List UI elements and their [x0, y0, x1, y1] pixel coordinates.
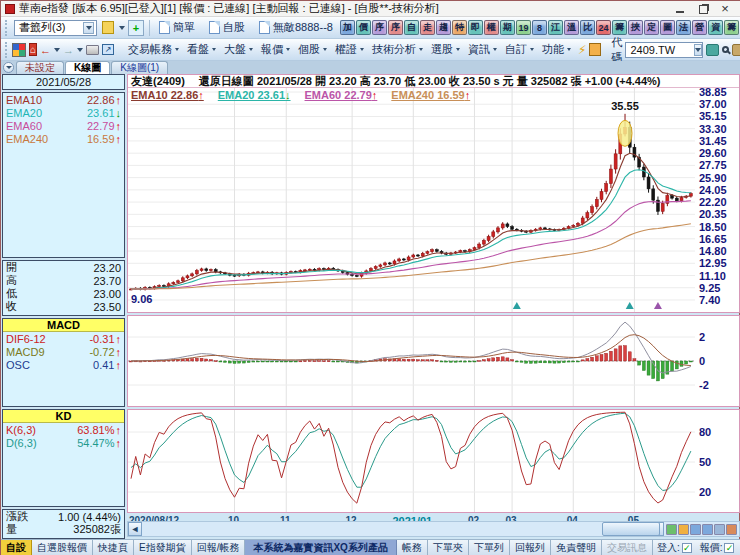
- tab-未設定[interactable]: 未設定: [16, 61, 64, 74]
- quick-button-24[interactable]: 24: [596, 20, 611, 35]
- bookmark-page-button[interactable]: 簡單: [155, 19, 199, 37]
- restore-button[interactable]: [697, 4, 709, 14]
- svg-text:12.95: 12.95: [699, 257, 727, 269]
- bottom-tab-回報/帳務[interactable]: 回報/帳務: [192, 540, 246, 555]
- popup-window-icon[interactable]: ↗: [102, 42, 114, 58]
- quick-button-加[interactable]: 加: [340, 20, 355, 35]
- menu-交易帳務[interactable]: 交易帳務: [124, 41, 183, 59]
- order-card-icon[interactable]: [706, 42, 719, 58]
- menu-自訂[interactable]: 自訂: [501, 41, 538, 59]
- draw-line-icon[interactable]: [666, 524, 677, 535]
- up-arrow-icon: ↑: [116, 120, 122, 132]
- menu-功能[interactable]: 功能: [538, 41, 575, 59]
- search-icon[interactable]: [722, 42, 729, 58]
- bottom-button-下單夾[interactable]: 下單夾: [428, 540, 469, 555]
- tab-K線圖(1)[interactable]: K線圖(1): [111, 61, 168, 74]
- scrollbar-track[interactable]: [142, 522, 650, 536]
- chart-style-icon[interactable]: [726, 524, 737, 535]
- chevron-down-icon[interactable]: [694, 44, 702, 56]
- quick-button-權[interactable]: 權: [484, 20, 499, 35]
- svg-text:-2: -2: [699, 379, 709, 391]
- price-panel[interactable]: 友達(2409) 還原日線圖 2021/05/28 開 23.20 高 23.7…: [127, 74, 740, 313]
- quick-button-挾[interactable]: 挾: [628, 20, 643, 35]
- bottom-button-帳務[interactable]: 帳務: [397, 540, 428, 555]
- tab-menu-icon[interactable]: [3, 62, 14, 73]
- quick-button-自[interactable]: 自: [404, 20, 419, 35]
- quick-button-籌[interactable]: 籌: [612, 20, 627, 35]
- menu-看盤[interactable]: 看盤: [183, 41, 220, 59]
- quick-button-營[interactable]: 營: [692, 20, 707, 35]
- menu-個股[interactable]: 個股: [294, 41, 331, 59]
- quick-button-期[interactable]: 期: [500, 20, 515, 35]
- candlestick-chart[interactable]: 38.8537.0035.1533.3031.4529.6027.7525.90…: [128, 88, 739, 312]
- chevron-down-icon[interactable]: [54, 48, 60, 52]
- bottom-button-下單列[interactable]: 下單列: [469, 540, 510, 555]
- menu-大盤[interactable]: 大盤: [220, 41, 257, 59]
- print-icon[interactable]: [86, 42, 99, 58]
- bookmark-page-button[interactable]: 無敵8888--8: [255, 19, 337, 37]
- value-text: -0.72: [89, 346, 114, 358]
- quick-button-序[interactable]: 序: [372, 20, 387, 35]
- quick-button-比[interactable]: 比: [580, 20, 595, 35]
- menu-資訊[interactable]: 資訊: [464, 41, 501, 59]
- quick-button-價[interactable]: 價: [356, 20, 371, 35]
- bookmark-page-button[interactable]: 自股: [205, 19, 249, 37]
- kd-chart[interactable]: 805020: [128, 410, 739, 512]
- quick-button-圖[interactable]: 圖: [660, 20, 675, 35]
- macd-panel[interactable]: DIF6-12 -0.31↑MACD9 -0.72↑OSC 0.41↑ 20-2: [127, 315, 740, 407]
- minimize-button[interactable]: [675, 4, 687, 14]
- bottom-tab-E指發期貨[interactable]: E指發期貨: [134, 540, 192, 555]
- edit-bookmark-icon[interactable]: [100, 20, 116, 36]
- bottom-button-回報列[interactable]: 回報列: [510, 540, 551, 555]
- checkbox-checked-icon[interactable]: ✓: [724, 543, 734, 553]
- bottom-tab-快捷頁[interactable]: 快捷頁: [93, 540, 134, 555]
- zoom-out-icon[interactable]: [690, 524, 701, 535]
- chevron-down-icon[interactable]: [119, 26, 125, 30]
- bookmark-combo[interactable]: 書籤列(3): [14, 20, 97, 36]
- add-bookmark-icon[interactable]: +: [128, 20, 144, 36]
- menu-技術分析[interactable]: 技術分析: [368, 41, 427, 59]
- chart-tool-icons: [664, 524, 739, 535]
- back-icon[interactable]: ←: [40, 42, 51, 58]
- quick-button-資[interactable]: 資: [708, 20, 723, 35]
- quick-button-8[interactable]: 8: [532, 20, 547, 35]
- tab-K線圖[interactable]: K線圖: [65, 61, 110, 74]
- home-icon[interactable]: ⌂: [29, 43, 37, 56]
- quick-button-特[interactable]: 特: [452, 20, 467, 35]
- quick-button-江[interactable]: 江: [548, 20, 563, 35]
- quick-button-序[interactable]: 序: [388, 20, 403, 35]
- quick-button-定[interactable]: 定: [644, 20, 659, 35]
- scroll-left-icon[interactable]: ◄: [128, 522, 142, 536]
- layout-grid-icon[interactable]: [12, 42, 26, 58]
- quick-button-趨[interactable]: 趨: [436, 20, 451, 35]
- hand-write-icon[interactable]: [732, 42, 740, 58]
- checkbox-checked-icon[interactable]: ✓: [682, 543, 692, 553]
- bottom-tab-自設[interactable]: 自設: [1, 540, 32, 555]
- quick-button-走[interactable]: 走: [420, 20, 435, 35]
- chevron-down-icon[interactable]: [83, 22, 94, 34]
- scrollbar-thumb[interactable]: [602, 522, 660, 536]
- stock-code-combo[interactable]: 2409.TW: [625, 42, 703, 58]
- chevron-down-icon[interactable]: [77, 48, 83, 52]
- toolbar-grip[interactable]: [5, 42, 7, 58]
- macd-chart[interactable]: 20-2: [128, 316, 739, 406]
- quick-button-籌[interactable]: 籌: [724, 20, 739, 35]
- bottom-tab-自選股報價[interactable]: 自選股報價: [32, 540, 93, 555]
- notepad-icon[interactable]: [589, 42, 601, 58]
- quick-button-19[interactable]: 19: [516, 20, 531, 35]
- quick-button-溫[interactable]: 溫: [564, 20, 579, 35]
- menu-報價[interactable]: 報價: [257, 41, 294, 59]
- lightning-icon[interactable]: ⚡: [578, 42, 586, 58]
- zoom-fit-icon[interactable]: [702, 524, 713, 535]
- undo-icon[interactable]: [714, 524, 725, 535]
- toolbar-grip[interactable]: [5, 20, 9, 36]
- quick-button-即[interactable]: 即: [468, 20, 483, 35]
- bottom-button-免責聲明[interactable]: 免責聲明: [551, 540, 602, 555]
- clock-icon[interactable]: [678, 524, 689, 535]
- menu-權證[interactable]: 權證: [331, 41, 368, 59]
- close-button[interactable]: ×: [719, 4, 731, 14]
- menu-選股[interactable]: 選股: [427, 41, 464, 59]
- forward-icon[interactable]: →: [63, 42, 74, 58]
- kd-panel[interactable]: K(6,3) 63.81↑%D(6,3) 54.47↑% 805020: [127, 409, 740, 513]
- quick-button-法[interactable]: 法: [676, 20, 691, 35]
